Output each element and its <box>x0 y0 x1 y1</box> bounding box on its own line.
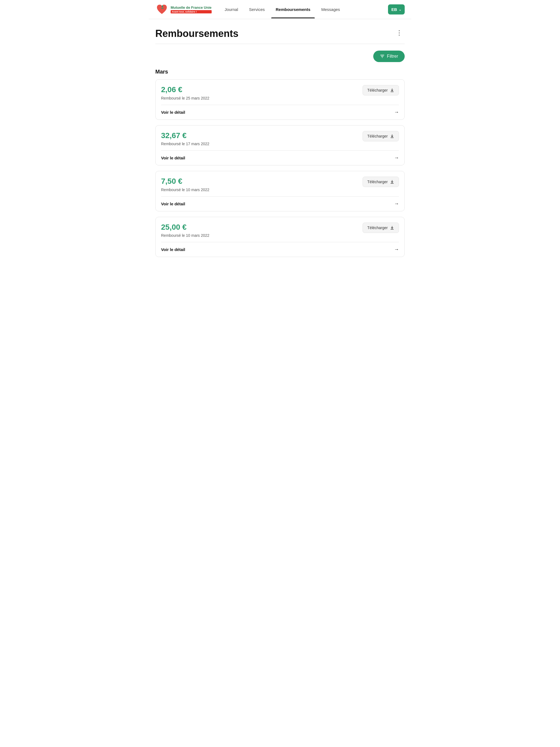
filter-button[interactable]: Filtrer <box>373 51 405 62</box>
card-detail-label-4: Voir le détail <box>161 247 185 252</box>
nav-remboursements[interactable]: Remboursements <box>271 1 315 18</box>
nav-services[interactable]: Services <box>245 1 269 18</box>
card-amount-2: 32,67 € <box>161 131 209 140</box>
download-icon-1 <box>390 88 394 93</box>
filter-bar: Filtrer <box>155 51 405 62</box>
card-detail-label-1: Voir le détail <box>161 110 185 114</box>
download-icon-4 <box>390 226 394 230</box>
main-content: Remboursements ⋮ Filtrer Mars 2,06 € Rem… <box>149 19 411 271</box>
card-top-3: 7,50 € Remboursé le 10 mars 2022 Télécha… <box>156 171 404 196</box>
logo-text: Mutuelle de France Unie Avant tout, soli… <box>171 5 212 14</box>
card-info-3: 7,50 € Remboursé le 10 mars 2022 <box>161 177 209 192</box>
brand-name: Mutuelle de France Unie <box>171 5 212 10</box>
page-header: Remboursements ⋮ <box>155 28 405 40</box>
card-detail-row-4[interactable]: Voir le détail → <box>156 242 404 257</box>
card-top-4: 25,00 € Remboursé le 10 mars 2022 Téléch… <box>156 217 404 242</box>
filter-icon <box>380 54 385 59</box>
card-top-1: 2,06 € Remboursé le 25 mars 2022 Télécha… <box>156 80 404 105</box>
card-amount-1: 2,06 € <box>161 85 209 94</box>
more-options-button[interactable]: ⋮ <box>394 28 405 38</box>
download-button-3[interactable]: Télécharger <box>362 177 399 187</box>
filter-label: Filtrer <box>387 54 398 59</box>
reimbursements-list: 2,06 € Remboursé le 25 mars 2022 Télécha… <box>155 79 405 257</box>
card-info-1: 2,06 € Remboursé le 25 mars 2022 <box>161 85 209 100</box>
logo[interactable]: Mutuelle de France Unie Avant tout, soli… <box>155 3 212 16</box>
logo-icon <box>155 3 169 16</box>
arrow-right-icon-3: → <box>394 201 399 207</box>
card-detail-row-2[interactable]: Voir le détail → <box>156 151 404 165</box>
download-button-2[interactable]: Télécharger <box>362 131 399 141</box>
reimbursement-card-1: 2,06 € Remboursé le 25 mars 2022 Télécha… <box>155 79 405 120</box>
download-label-2: Télécharger <box>367 134 388 138</box>
card-info-2: 32,67 € Remboursé le 17 mars 2022 <box>161 131 209 146</box>
arrow-right-icon-1: → <box>394 109 399 115</box>
download-icon-2 <box>390 134 394 138</box>
download-label-3: Télécharger <box>367 180 388 184</box>
card-amount-4: 25,00 € <box>161 223 209 232</box>
card-top-2: 32,67 € Remboursé le 17 mars 2022 Téléch… <box>156 126 404 151</box>
card-detail-row-1[interactable]: Voir le détail → <box>156 105 404 120</box>
download-label-4: Télécharger <box>367 226 388 230</box>
download-icon-3 <box>390 180 394 184</box>
nav-journal[interactable]: Journal <box>221 1 243 18</box>
nav-messages[interactable]: Messages <box>317 1 344 18</box>
card-detail-label-2: Voir le détail <box>161 156 185 160</box>
svg-point-0 <box>161 5 163 7</box>
reimbursement-card-2: 32,67 € Remboursé le 17 mars 2022 Téléch… <box>155 125 405 166</box>
card-date-3: Remboursé le 10 mars 2022 <box>161 187 209 192</box>
card-detail-label-3: Voir le détail <box>161 202 185 206</box>
page-title: Remboursements <box>155 28 238 40</box>
chevron-down-icon: ⌄ <box>399 8 401 11</box>
user-avatar-button[interactable]: EB ⌄ <box>388 4 405 15</box>
download-button-1[interactable]: Télécharger <box>362 85 399 96</box>
brand-tagline: Avant tout, solidaire ! <box>171 10 212 14</box>
download-button-4[interactable]: Télécharger <box>362 223 399 233</box>
reimbursement-card-3: 7,50 € Remboursé le 10 mars 2022 Télécha… <box>155 171 405 211</box>
main-nav: Journal Services Remboursements Messages <box>221 1 388 18</box>
nav-right: EB ⌄ <box>388 4 405 15</box>
card-date-2: Remboursé le 17 mars 2022 <box>161 141 209 146</box>
user-initials: EB <box>391 7 397 12</box>
section-heading-mars: Mars <box>155 69 405 75</box>
card-date-4: Remboursé le 10 mars 2022 <box>161 233 209 238</box>
card-detail-row-3[interactable]: Voir le détail → <box>156 197 404 211</box>
arrow-right-icon-2: → <box>394 155 399 161</box>
reimbursement-card-4: 25,00 € Remboursé le 10 mars 2022 Téléch… <box>155 217 405 257</box>
more-options-icon: ⋮ <box>396 29 403 36</box>
download-label-1: Télécharger <box>367 88 388 93</box>
header: Mutuelle de France Unie Avant tout, soli… <box>149 0 411 19</box>
card-amount-3: 7,50 € <box>161 177 209 186</box>
arrow-right-icon-4: → <box>394 247 399 252</box>
card-date-1: Remboursé le 25 mars 2022 <box>161 96 209 100</box>
card-info-4: 25,00 € Remboursé le 10 mars 2022 <box>161 223 209 238</box>
